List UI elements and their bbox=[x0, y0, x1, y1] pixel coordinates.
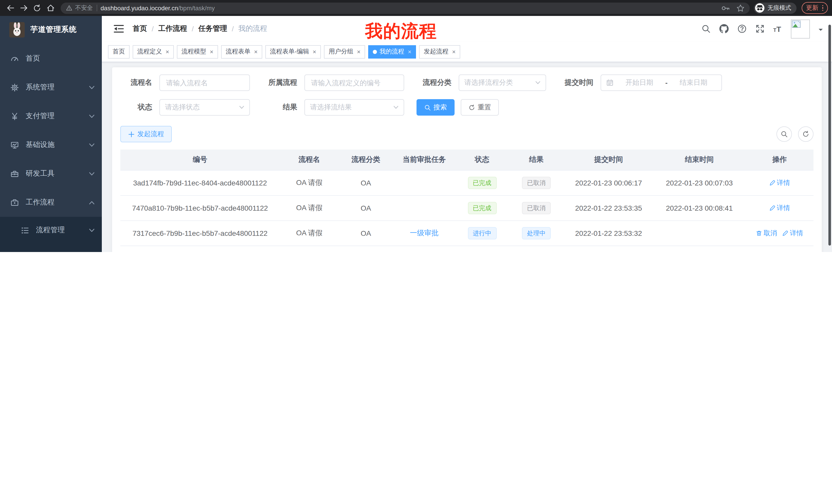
tab-process-definition[interactable]: 流程定义 × bbox=[133, 45, 174, 58]
breadcrumb: 首页/ 工作流程/ 任务管理/ 我的流程 bbox=[133, 24, 267, 33]
tab-my-process[interactable]: 我的流程 × bbox=[368, 45, 416, 58]
sidebar-item-workflow[interactable]: 工作流程 bbox=[0, 188, 102, 217]
cell-task bbox=[393, 195, 456, 220]
tab-label: 发起流程 bbox=[424, 47, 448, 56]
task-link[interactable]: 一级审批 bbox=[410, 228, 439, 236]
detail-link[interactable]: 详情 bbox=[769, 178, 790, 187]
cell-result: 处理中 bbox=[509, 220, 564, 246]
close-icon[interactable]: × bbox=[254, 49, 258, 55]
tab-home[interactable]: 首页 bbox=[108, 45, 130, 58]
tab-start-process[interactable]: 发起流程 × bbox=[419, 45, 460, 58]
category-select[interactable]: 请选择流程分类 bbox=[459, 75, 546, 91]
avatar[interactable] bbox=[791, 19, 810, 38]
fullscreen-icon[interactable] bbox=[755, 24, 764, 33]
status-select[interactable]: 请选择状态 bbox=[159, 99, 250, 116]
tab-process-form[interactable]: 流程表单 × bbox=[221, 45, 262, 58]
create-process-button[interactable]: 发起流程 bbox=[120, 126, 172, 142]
close-icon[interactable]: × bbox=[313, 49, 316, 55]
close-icon[interactable]: × bbox=[408, 49, 411, 55]
content: 流程名 所属流程 流程分类 请选择流程分类 提交时间 开始日期 - 结束日期 bbox=[102, 62, 832, 252]
end-date-placeholder: 结束日期 bbox=[671, 78, 717, 87]
reset-button[interactable]: 重置 bbox=[461, 99, 499, 116]
status-badge: 处理中 bbox=[522, 227, 551, 239]
sidebar-item-task-mgmt[interactable]: 任务管理 bbox=[0, 244, 102, 252]
key-icon[interactable] bbox=[721, 3, 730, 12]
github-icon[interactable] bbox=[719, 24, 728, 33]
sidebar-item-label: 研发工具 bbox=[26, 169, 89, 178]
status-badge: 已完成 bbox=[468, 202, 496, 214]
chevron-icon bbox=[89, 228, 95, 232]
sidebar-item-label: 流程管理 bbox=[36, 226, 89, 235]
tab-label: 流程表单 bbox=[226, 47, 251, 56]
submit-time-range-picker[interactable]: 开始日期 - 结束日期 bbox=[601, 75, 722, 91]
page-scrollbar[interactable] bbox=[828, 25, 831, 246]
breadcrumb-workflow[interactable]: 工作流程 bbox=[158, 24, 187, 33]
sidebar-item-devtools[interactable]: 研发工具 bbox=[0, 159, 102, 188]
breadcrumb-home[interactable]: 首页 bbox=[133, 24, 147, 33]
yen-icon bbox=[10, 112, 19, 120]
browser-update-button[interactable]: 更新 bbox=[801, 2, 828, 14]
detail-link[interactable]: 详情 bbox=[769, 203, 790, 213]
toolbox-icon bbox=[10, 169, 19, 178]
sidebar-item-payment[interactable]: 支付管理 bbox=[0, 102, 102, 131]
sidebar-item-system[interactable]: 系统管理 bbox=[0, 73, 102, 102]
trash-icon bbox=[756, 230, 762, 236]
cell-name: OA 请假 bbox=[280, 195, 339, 220]
bookmark-star-icon[interactable] bbox=[736, 4, 744, 12]
security-indicator[interactable]: 不安全 bbox=[66, 4, 93, 12]
tab-label: 流程定义 bbox=[137, 47, 162, 56]
url-text: dashboard.yudao.iocoder.cn/bpm/task/my bbox=[101, 4, 717, 11]
close-icon[interactable]: × bbox=[452, 49, 456, 55]
close-icon[interactable]: × bbox=[210, 49, 213, 55]
status-badge: 已完成 bbox=[468, 176, 496, 189]
tab-label: 流程表单-编辑 bbox=[270, 47, 309, 56]
main-area: 首页/ 工作流程/ 任务管理/ 我的流程 TT 首页 流程 bbox=[102, 16, 832, 252]
sidebar-item-label: 工作流程 bbox=[26, 198, 89, 207]
cell-actions: 取消详情 bbox=[746, 220, 813, 246]
cancel-link[interactable]: 取消 bbox=[756, 228, 777, 237]
result-select[interactable]: 请选择流结果 bbox=[305, 99, 404, 116]
incognito-icon bbox=[755, 3, 764, 13]
sidebar-item-label: 系统管理 bbox=[26, 83, 89, 92]
tab-process-form-edit[interactable]: 流程表单-编辑 × bbox=[265, 45, 321, 58]
tab-user-group[interactable]: 用户分组 × bbox=[324, 45, 365, 58]
tab-process-model[interactable]: 流程模型 × bbox=[177, 45, 218, 58]
browser-reload-icon[interactable] bbox=[31, 2, 43, 14]
detail-link[interactable]: 详情 bbox=[782, 228, 803, 237]
browser-home-icon[interactable] bbox=[44, 2, 57, 14]
help-icon[interactable] bbox=[737, 24, 746, 33]
definition-input[interactable] bbox=[305, 75, 404, 91]
cell-submit-time: 2022-01-22 23:53:32 bbox=[564, 220, 653, 246]
cell-task bbox=[393, 246, 456, 252]
app-logo-row[interactable]: 芋道管理系统 bbox=[0, 16, 102, 43]
chevron-icon bbox=[89, 85, 95, 90]
browser-toolbar: 不安全 dashboard.yudao.iocoder.cn/bpm/task/… bbox=[0, 0, 832, 16]
app-header: 首页/ 工作流程/ 任务管理/ 我的流程 TT bbox=[102, 16, 832, 41]
font-size-icon[interactable]: TT bbox=[773, 25, 781, 33]
browser-forward-icon[interactable] bbox=[18, 2, 30, 14]
sidebar-item-label: 支付管理 bbox=[26, 111, 89, 121]
cell-name: OA 请假 bbox=[280, 220, 339, 246]
browser-back-icon[interactable] bbox=[4, 2, 17, 14]
name-label: 流程名 bbox=[120, 78, 152, 87]
collapse-sidebar-icon[interactable] bbox=[113, 23, 125, 34]
close-icon[interactable]: × bbox=[357, 49, 361, 55]
browser-menu-icon[interactable] bbox=[822, 5, 823, 11]
chevron-icon bbox=[89, 171, 95, 176]
name-input[interactable] bbox=[159, 75, 250, 91]
sidebar-item-infra[interactable]: 基础设施 bbox=[0, 131, 102, 159]
refresh-table-button[interactable] bbox=[798, 127, 813, 142]
search-icon[interactable] bbox=[701, 24, 710, 33]
sidebar-item-process-mgmt[interactable]: 流程管理 bbox=[0, 217, 102, 244]
sidebar-item-home[interactable]: 首页 bbox=[0, 44, 102, 73]
close-icon[interactable]: × bbox=[165, 49, 169, 55]
address-bar[interactable]: 不安全 dashboard.yudao.iocoder.cn/bpm/task/… bbox=[61, 2, 750, 13]
cell-status: 进行中 bbox=[456, 220, 509, 246]
show-search-button[interactable] bbox=[777, 127, 792, 142]
header-actions: TT bbox=[701, 19, 823, 38]
cell-result: 通过 bbox=[509, 246, 564, 252]
cell-category: OA bbox=[339, 220, 393, 246]
search-button[interactable]: 搜索 bbox=[417, 99, 454, 116]
avatar-dropdown-icon[interactable] bbox=[818, 29, 823, 33]
breadcrumb-task-mgmt[interactable]: 任务管理 bbox=[199, 24, 227, 33]
